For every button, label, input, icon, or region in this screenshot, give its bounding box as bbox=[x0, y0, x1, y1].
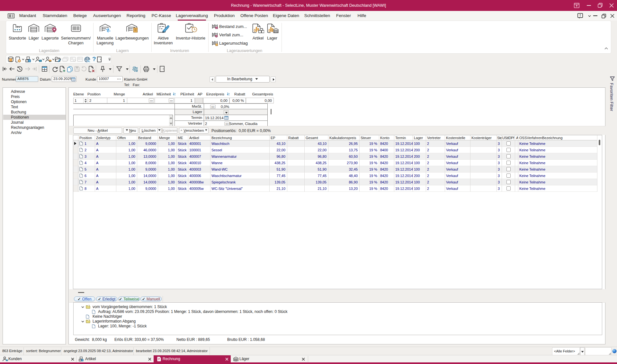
svg-text:!: ! bbox=[580, 14, 581, 17]
svg-text:SL: SL bbox=[87, 59, 90, 63]
